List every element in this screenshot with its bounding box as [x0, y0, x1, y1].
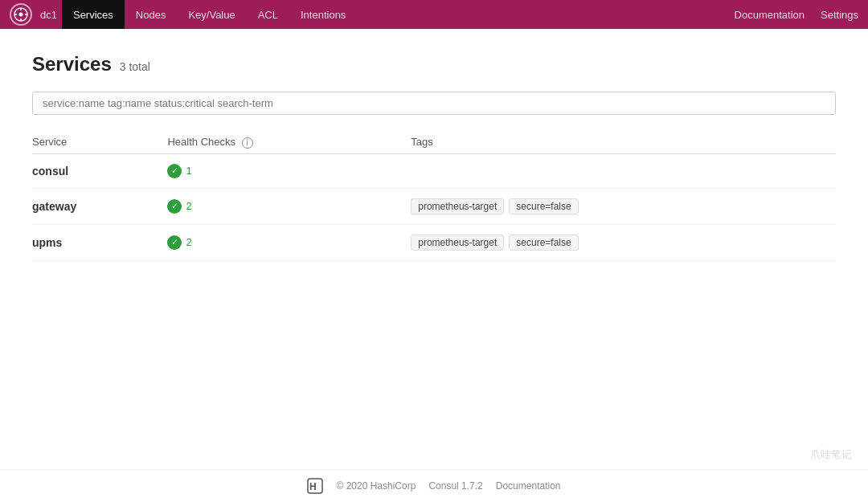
services-total: 3 total — [120, 60, 150, 73]
table-row: gateway✓2prometheus-targetsecure=false — [32, 188, 836, 224]
table-row: upms✓2prometheus-targetsecure=false — [32, 224, 836, 260]
page-title: Services — [32, 53, 112, 76]
table-row: consul✓1 — [32, 153, 836, 188]
nav-services[interactable]: Services — [62, 0, 125, 29]
search-input[interactable] — [32, 92, 836, 115]
service-name[interactable]: consul — [32, 165, 68, 178]
settings-link[interactable]: Settings — [821, 9, 858, 21]
nav-intentions[interactable]: Intentions — [289, 0, 357, 29]
documentation-link[interactable]: Documentation — [735, 9, 805, 21]
health-checks-info-icon[interactable]: i — [242, 137, 253, 149]
col-service: Service — [32, 131, 158, 153]
health-count: 1 — [186, 165, 191, 177]
nav-nodes[interactable]: Nodes — [125, 0, 178, 29]
check-icon: ✓ — [167, 235, 182, 250]
col-tags: Tags — [401, 131, 836, 153]
nav-items: Services Nodes Key/Value ACL Intentions — [62, 0, 357, 29]
page-header: Services 3 total — [32, 53, 836, 76]
col-health-checks: Health Checks i — [158, 131, 401, 153]
tag[interactable]: prometheus-target — [411, 198, 504, 214]
services-table: Service Health Checks i Tags consul✓1gat… — [32, 131, 836, 261]
service-name[interactable]: upms — [32, 236, 62, 249]
nav-acl[interactable]: ACL — [247, 0, 289, 29]
tags-container: prometheus-targetsecure=false — [411, 235, 826, 251]
service-name[interactable]: gateway — [32, 200, 76, 213]
health-check[interactable]: ✓2 — [167, 235, 391, 250]
health-check[interactable]: ✓1 — [167, 164, 391, 178]
nav-right: Documentation Settings — [735, 9, 858, 21]
consul-logo — [10, 3, 32, 26]
check-icon: ✓ — [167, 199, 182, 214]
check-icon: ✓ — [167, 164, 182, 178]
tags-container: prometheus-targetsecure=false — [411, 198, 826, 214]
nav-keyvalue[interactable]: Key/Value — [177, 0, 246, 29]
tag[interactable]: secure=false — [509, 235, 578, 251]
tag[interactable]: prometheus-target — [411, 235, 504, 251]
health-count: 2 — [186, 236, 191, 248]
svg-point-1 — [19, 13, 23, 17]
tag[interactable]: secure=false — [509, 198, 578, 214]
datacenter-label: dc1 — [40, 9, 57, 21]
navbar: dc1 Services Nodes Key/Value ACL Intenti… — [0, 0, 868, 29]
main-content: Services 3 total Service Health Checks i… — [0, 29, 868, 277]
health-count: 2 — [186, 200, 191, 212]
health-check[interactable]: ✓2 — [167, 199, 391, 214]
